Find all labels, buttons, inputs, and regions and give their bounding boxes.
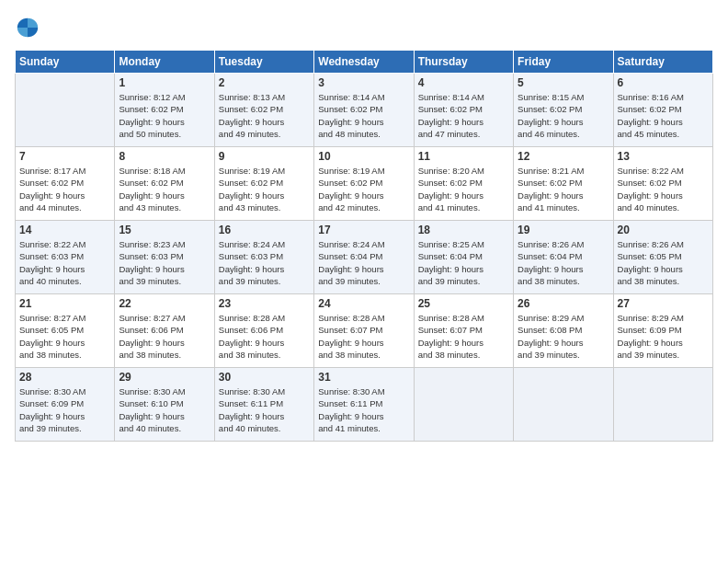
day-info: Sunrise: 8:12 AMSunset: 6:02 PMDaylight:… <box>119 91 210 140</box>
logo-icon <box>15 15 40 40</box>
weekday-header-thursday: Thursday <box>414 51 513 74</box>
calendar-cell <box>613 368 712 442</box>
calendar-cell: 15Sunrise: 8:23 AMSunset: 6:03 PMDayligh… <box>115 221 214 294</box>
calendar-cell: 21Sunrise: 8:27 AMSunset: 6:05 PMDayligh… <box>16 294 115 368</box>
calendar-cell: 23Sunrise: 8:28 AMSunset: 6:06 PMDayligh… <box>214 294 313 368</box>
calendar-cell: 8Sunrise: 8:18 AMSunset: 6:02 PMDaylight… <box>115 147 214 221</box>
day-number: 11 <box>418 150 509 163</box>
calendar-cell: 28Sunrise: 8:30 AMSunset: 6:09 PMDayligh… <box>16 368 115 442</box>
day-number: 1 <box>119 76 210 89</box>
day-info: Sunrise: 8:15 AMSunset: 6:02 PMDaylight:… <box>518 91 609 140</box>
calendar-cell <box>16 74 115 147</box>
day-info: Sunrise: 8:19 AMSunset: 6:02 PMDaylight:… <box>219 165 310 213</box>
calendar-cell: 25Sunrise: 8:28 AMSunset: 6:07 PMDayligh… <box>414 294 513 368</box>
day-number: 14 <box>19 224 110 236</box>
day-info: Sunrise: 8:27 AMSunset: 6:05 PMDaylight:… <box>19 312 110 361</box>
day-number: 13 <box>618 150 709 163</box>
day-info: Sunrise: 8:28 AMSunset: 6:07 PMDaylight:… <box>318 312 409 361</box>
day-number: 4 <box>418 76 509 89</box>
calendar-cell: 19Sunrise: 8:26 AMSunset: 6:04 PMDayligh… <box>514 221 613 294</box>
day-info: Sunrise: 8:29 AMSunset: 6:09 PMDaylight:… <box>618 312 709 361</box>
calendar-cell: 29Sunrise: 8:30 AMSunset: 6:10 PMDayligh… <box>115 368 214 442</box>
day-number: 17 <box>318 224 409 236</box>
weekday-header-monday: Monday <box>115 51 214 74</box>
calendar-cell: 26Sunrise: 8:29 AMSunset: 6:08 PMDayligh… <box>514 294 613 368</box>
day-info: Sunrise: 8:27 AMSunset: 6:06 PMDaylight:… <box>119 312 210 361</box>
calendar-cell: 31Sunrise: 8:30 AMSunset: 6:11 PMDayligh… <box>314 368 414 442</box>
weekday-header-row: SundayMondayTuesdayWednesdayThursdayFrid… <box>16 51 713 74</box>
day-info: Sunrise: 8:29 AMSunset: 6:08 PMDaylight:… <box>518 312 609 361</box>
day-number: 31 <box>318 371 409 384</box>
calendar-cell <box>414 368 513 442</box>
weekday-header-sunday: Sunday <box>16 51 115 74</box>
day-info: Sunrise: 8:25 AMSunset: 6:04 PMDaylight:… <box>418 238 509 287</box>
day-number: 23 <box>219 297 310 310</box>
day-number: 30 <box>219 371 310 384</box>
day-info: Sunrise: 8:30 AMSunset: 6:09 PMDaylight:… <box>19 385 110 434</box>
day-info: Sunrise: 8:21 AMSunset: 6:02 PMDaylight:… <box>518 165 609 213</box>
calendar-week-4: 28Sunrise: 8:30 AMSunset: 6:09 PMDayligh… <box>16 368 713 442</box>
calendar-cell: 24Sunrise: 8:28 AMSunset: 6:07 PMDayligh… <box>314 294 414 368</box>
calendar-week-3: 21Sunrise: 8:27 AMSunset: 6:05 PMDayligh… <box>16 294 713 368</box>
day-number: 29 <box>119 371 210 384</box>
day-number: 5 <box>518 76 609 89</box>
day-number: 24 <box>318 297 409 310</box>
calendar-cell: 3Sunrise: 8:14 AMSunset: 6:02 PMDaylight… <box>314 74 414 147</box>
day-info: Sunrise: 8:22 AMSunset: 6:03 PMDaylight:… <box>19 238 110 287</box>
weekday-header-wednesday: Wednesday <box>314 51 414 74</box>
day-number: 6 <box>618 76 709 89</box>
calendar-cell: 7Sunrise: 8:17 AMSunset: 6:02 PMDaylight… <box>16 147 115 221</box>
calendar-cell: 16Sunrise: 8:24 AMSunset: 6:03 PMDayligh… <box>214 221 313 294</box>
day-number: 28 <box>19 371 110 384</box>
day-info: Sunrise: 8:30 AMSunset: 6:11 PMDaylight:… <box>219 385 310 434</box>
day-number: 10 <box>318 150 409 163</box>
calendar-cell: 1Sunrise: 8:12 AMSunset: 6:02 PMDaylight… <box>115 74 214 147</box>
calendar-cell: 18Sunrise: 8:25 AMSunset: 6:04 PMDayligh… <box>414 221 513 294</box>
calendar-cell: 22Sunrise: 8:27 AMSunset: 6:06 PMDayligh… <box>115 294 214 368</box>
day-number: 20 <box>618 224 709 236</box>
day-number: 27 <box>618 297 709 310</box>
calendar-cell: 12Sunrise: 8:21 AMSunset: 6:02 PMDayligh… <box>514 147 613 221</box>
day-number: 7 <box>19 150 110 163</box>
day-info: Sunrise: 8:30 AMSunset: 6:11 PMDaylight:… <box>318 385 409 434</box>
logo <box>15 15 44 40</box>
calendar-week-2: 14Sunrise: 8:22 AMSunset: 6:03 PMDayligh… <box>16 221 713 294</box>
day-number: 22 <box>119 297 210 310</box>
day-info: Sunrise: 8:19 AMSunset: 6:02 PMDaylight:… <box>318 165 409 213</box>
calendar-cell: 20Sunrise: 8:26 AMSunset: 6:05 PMDayligh… <box>613 221 712 294</box>
day-info: Sunrise: 8:24 AMSunset: 6:03 PMDaylight:… <box>219 238 310 287</box>
calendar-cell: 9Sunrise: 8:19 AMSunset: 6:02 PMDaylight… <box>214 147 313 221</box>
day-number: 15 <box>119 224 210 236</box>
day-info: Sunrise: 8:28 AMSunset: 6:07 PMDaylight:… <box>418 312 509 361</box>
day-info: Sunrise: 8:24 AMSunset: 6:04 PMDaylight:… <box>318 238 409 287</box>
header <box>15 15 713 40</box>
calendar-cell: 14Sunrise: 8:22 AMSunset: 6:03 PMDayligh… <box>16 221 115 294</box>
day-number: 19 <box>518 224 609 236</box>
day-number: 2 <box>219 76 310 89</box>
page: SundayMondayTuesdayWednesdayThursdayFrid… <box>0 0 728 563</box>
day-number: 3 <box>318 76 409 89</box>
day-info: Sunrise: 8:13 AMSunset: 6:02 PMDaylight:… <box>219 91 310 140</box>
calendar-week-0: 1Sunrise: 8:12 AMSunset: 6:02 PMDaylight… <box>16 74 713 147</box>
day-number: 16 <box>219 224 310 236</box>
day-info: Sunrise: 8:28 AMSunset: 6:06 PMDaylight:… <box>219 312 310 361</box>
day-info: Sunrise: 8:18 AMSunset: 6:02 PMDaylight:… <box>119 165 210 213</box>
calendar-cell: 6Sunrise: 8:16 AMSunset: 6:02 PMDaylight… <box>613 74 712 147</box>
calendar-cell: 2Sunrise: 8:13 AMSunset: 6:02 PMDaylight… <box>214 74 313 147</box>
day-info: Sunrise: 8:14 AMSunset: 6:02 PMDaylight:… <box>418 91 509 140</box>
day-info: Sunrise: 8:17 AMSunset: 6:02 PMDaylight:… <box>19 165 110 213</box>
calendar-cell: 13Sunrise: 8:22 AMSunset: 6:02 PMDayligh… <box>613 147 712 221</box>
day-info: Sunrise: 8:23 AMSunset: 6:03 PMDaylight:… <box>119 238 210 287</box>
calendar-week-1: 7Sunrise: 8:17 AMSunset: 6:02 PMDaylight… <box>16 147 713 221</box>
day-number: 18 <box>418 224 509 236</box>
day-info: Sunrise: 8:26 AMSunset: 6:04 PMDaylight:… <box>518 238 609 287</box>
weekday-header-friday: Friday <box>514 51 613 74</box>
day-info: Sunrise: 8:26 AMSunset: 6:05 PMDaylight:… <box>618 238 709 287</box>
calendar: SundayMondayTuesdayWednesdayThursdayFrid… <box>15 50 713 442</box>
calendar-cell: 10Sunrise: 8:19 AMSunset: 6:02 PMDayligh… <box>314 147 414 221</box>
day-info: Sunrise: 8:20 AMSunset: 6:02 PMDaylight:… <box>418 165 509 213</box>
calendar-cell: 27Sunrise: 8:29 AMSunset: 6:09 PMDayligh… <box>613 294 712 368</box>
weekday-header-saturday: Saturday <box>613 51 712 74</box>
day-info: Sunrise: 8:16 AMSunset: 6:02 PMDaylight:… <box>618 91 709 140</box>
day-number: 12 <box>518 150 609 163</box>
